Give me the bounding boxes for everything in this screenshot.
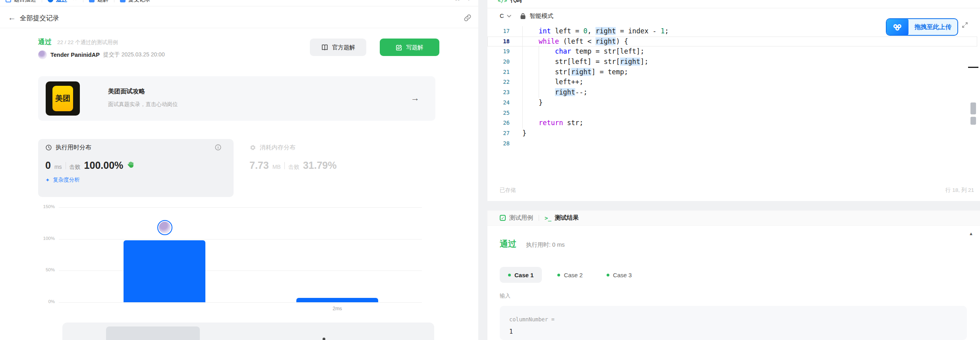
copy-link-icon[interactable]	[463, 14, 472, 22]
document-icon	[6, 0, 11, 2]
y-axis-tick: 50%	[24, 267, 55, 272]
code-line[interactable]: while (left < right) {	[487, 37, 977, 47]
runtime-distribution-chart[interactable]: 0%50%100%150%2ms	[24, 201, 427, 320]
divider	[0, 28, 478, 28]
bar-0ms[interactable]	[124, 240, 205, 302]
x-axis-tick: 2ms	[321, 306, 353, 311]
submitter-line: Tender PaninidAP 提交于 2025.03.25 20:00	[38, 50, 165, 59]
input-label: 输入	[500, 292, 510, 299]
back-arrow-icon[interactable]: ←	[8, 13, 16, 22]
drag-dots-icon: ··	[73, 0, 77, 2]
username[interactable]: Tender PaninidAP	[50, 52, 100, 58]
param-name: columnNumber =	[509, 316, 555, 323]
input-value-box[interactable]: columnNumber = 1	[500, 306, 967, 340]
breadcrumb-item[interactable]: 题目描述	[6, 0, 36, 3]
line-number: 28	[487, 139, 510, 149]
runtime-unit: ms	[54, 164, 62, 170]
runtime-title: 执行用时分布	[56, 144, 91, 151]
complexity-analysis-link[interactable]: ✦ 复杂度分析	[45, 176, 80, 184]
meituan-logo: 美团	[46, 81, 80, 116]
horizontal-splitter[interactable]	[487, 201, 980, 211]
code-line[interactable]	[487, 108, 977, 118]
gridline	[59, 239, 422, 240]
code-line[interactable]: str[left] = str[right];	[487, 57, 977, 67]
line-number: 21	[487, 67, 510, 77]
bottom-section-placeholder	[62, 323, 434, 340]
vertical-splitter[interactable]	[478, 0, 487, 340]
runtime-beat-value: 100.00%	[84, 160, 124, 171]
case-dot-icon	[557, 274, 560, 276]
console-status-line: 通过 执行用时: 0 ms	[500, 238, 564, 249]
scrollbar-thumb[interactable]	[970, 102, 976, 114]
chip-icon	[249, 144, 256, 151]
code-lines: int left = 0, right = index - 1; while (…	[487, 26, 977, 149]
memory-value-row: 7.73 MB 击败 31.79%	[249, 160, 336, 171]
tab-code-label: 代码	[510, 0, 521, 4]
tab-testcases[interactable]: ✓ 测试用例	[500, 214, 533, 222]
scrollbar-thumb[interactable]	[970, 117, 976, 125]
tab-code[interactable]: </> 代码	[498, 0, 521, 6]
case-dot-icon	[508, 274, 511, 276]
case-tab[interactable]: Case 1	[500, 267, 542, 283]
language-selector[interactable]: C	[500, 13, 511, 19]
tab-testresult-label: 测试结果	[555, 214, 579, 222]
code-line[interactable]: right--;	[487, 87, 977, 98]
case-tab[interactable]: Case 3	[598, 267, 640, 283]
runtime-title-row: 执行用时分布	[45, 144, 91, 151]
case-tab[interactable]: Case 2	[549, 267, 591, 283]
memory-title-row[interactable]: 消耗内存分布	[249, 144, 296, 151]
divider	[66, 162, 66, 169]
gridline	[59, 270, 422, 271]
result-status-line: 通过 22 / 22 个通过的测试用例	[38, 37, 118, 46]
code-line[interactable]: }	[487, 98, 977, 108]
code-line[interactable]: str[right] = temp;	[487, 67, 977, 77]
status-badge: 通过	[38, 37, 52, 46]
code-editor[interactable]: int left = 0, right = index - 1; while (…	[487, 26, 977, 186]
tab-testresult[interactable]: >_ 测试结果	[545, 214, 579, 222]
memory-beat-value: 31.79%	[303, 160, 337, 171]
code-line[interactable]: }	[487, 128, 977, 139]
checkbox-check-icon: ✓	[500, 215, 506, 221]
language-label: C	[500, 13, 504, 19]
beat-label: 击败	[70, 164, 81, 171]
divider	[83, 0, 83, 2]
bar-2ms[interactable]	[296, 298, 378, 302]
memory-unit: MB	[273, 164, 281, 170]
arrow-right-icon[interactable]: →	[411, 93, 419, 103]
solution-icon	[89, 0, 95, 2]
chevron-up-icon[interactable]: ⌄	[466, 0, 471, 2]
console-tabbar: ✓ 测试用例 >_ 测试结果	[487, 211, 980, 226]
code-line[interactable]: char temp = str[left];	[487, 46, 977, 57]
wave-hand-icon	[127, 160, 135, 169]
code-line[interactable]: return str;	[487, 118, 977, 128]
write-solution-label: 写题解	[406, 44, 423, 51]
overview-ruler-mark	[968, 67, 978, 68]
breadcrumb-item[interactable]: 题解	[89, 0, 108, 3]
divider	[284, 162, 285, 169]
chevron-down-icon	[507, 15, 511, 17]
mode-indicator[interactable]: 智能模式	[520, 12, 553, 20]
banner-subtitle: 面试真题实录，直击心动岗位	[108, 101, 178, 108]
line-number: 18	[487, 37, 510, 47]
memory-value: 7.73	[249, 160, 269, 171]
code-line[interactable]: int left = 0, right = index - 1;	[487, 26, 977, 37]
code-line[interactable]: left++;	[487, 77, 977, 87]
lock-icon	[520, 13, 526, 19]
info-icon[interactable]	[215, 144, 222, 151]
check-circle-icon	[48, 0, 53, 2]
official-solution-button[interactable]: 官方题解	[310, 39, 366, 56]
fullscreen-icon[interactable]: ⛶	[455, 0, 459, 2]
memory-title: 消耗内存分布	[260, 144, 296, 151]
promo-banner[interactable]: 美团 美团面试攻略 面试真题实录，直击心动岗位 →	[38, 76, 435, 121]
code-line[interactable]	[487, 139, 977, 149]
write-solution-button[interactable]: 写题解	[380, 39, 439, 56]
mode-label: 智能模式	[530, 12, 553, 20]
clock-icon	[45, 144, 52, 151]
line-number: 25	[487, 108, 510, 118]
gridline	[59, 302, 422, 303]
code-icon: </>	[498, 0, 507, 4]
editor-tabbar: </> 代码	[487, 0, 980, 8]
scroll-up-arrow[interactable]: ▲	[969, 231, 973, 236]
breadcrumb-item[interactable]: 提交记录	[120, 0, 151, 3]
breadcrumb-item[interactable]: 通过	[48, 0, 67, 3]
